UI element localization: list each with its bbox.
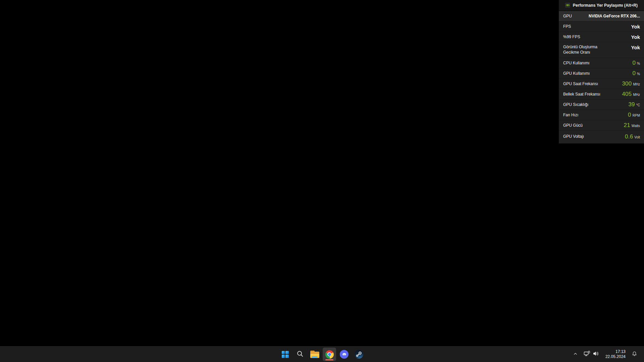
taskbar-app-group	[278, 347, 366, 362]
metric-value-group: 0.6 Volt	[625, 133, 640, 140]
metric-value-group: Yok	[631, 44, 640, 50]
taskbar-search-button[interactable]	[293, 348, 307, 361]
overlay-metric-row: GPU Gücü 21 Watts	[559, 120, 644, 131]
overlay-metric-row: GPU Saat Frekansı 300 MHz	[559, 79, 644, 89]
metric-value-group: NVIDIA GeForce RTX 206...	[589, 14, 640, 18]
overlay-metric-row: %99 FPS Yok	[559, 32, 644, 42]
metric-unit: %	[637, 62, 640, 65]
chrome-icon	[325, 350, 334, 359]
metric-label: Fan Hızı	[563, 112, 578, 118]
overlay-metrics-list: GPU NVIDIA GeForce RTX 206... FPS Yok %9…	[559, 11, 644, 142]
metric-label: CPU Kullanımı	[563, 60, 590, 66]
metric-value: NVIDIA GeForce RTX 206...	[589, 14, 640, 18]
metric-value-group: 21 Watts	[624, 122, 640, 129]
taskbar-discord-button[interactable]	[337, 348, 351, 361]
metric-value: 300	[622, 80, 632, 87]
tray-date: 22.05.2024	[605, 354, 626, 359]
taskbar: 17:13 22.05.2024	[0, 346, 644, 362]
metric-value-group: 39 °C	[628, 101, 640, 108]
overlay-metric-row: Bellek Saat Frekansı 405 MHz	[559, 89, 644, 100]
metric-label: Görüntü Oluşturma Gecikme Oranı	[563, 44, 614, 55]
network-icon	[584, 351, 590, 358]
taskbar-chrome-button[interactable]	[323, 348, 336, 361]
metric-unit: Volt	[634, 135, 640, 139]
metric-value: 0	[632, 60, 636, 66]
overlay-metric-row: GPU NVIDIA GeForce RTX 206...	[559, 11, 644, 21]
overlay-title: Performans Yer Paylaşımı (Alt+R)	[573, 3, 638, 8]
overlay-header: Performans Yer Paylaşımı (Alt+R)	[559, 0, 644, 11]
metric-unit: °C	[636, 103, 640, 107]
metric-label: GPU Sıcaklığı	[563, 102, 588, 107]
search-icon	[296, 350, 304, 359]
metric-unit: %	[637, 72, 640, 76]
steam-icon	[355, 350, 363, 359]
taskbar-system-tray: 17:13 22.05.2024	[571, 347, 644, 362]
overlay-metric-row: Görüntü Oluşturma Gecikme Oranı Yok	[559, 42, 644, 58]
metric-value: 0	[632, 70, 636, 77]
tray-overflow-button[interactable]	[571, 348, 580, 360]
metric-unit: MHz	[633, 93, 640, 97]
nvidia-logo-icon	[565, 3, 570, 8]
metric-label: GPU Voltajı	[563, 134, 584, 139]
metric-value: 405	[622, 91, 632, 98]
metric-value-group: 0 RPM	[628, 112, 640, 118]
metric-value-group: 300 MHz	[622, 80, 640, 87]
metric-label: %99 FPS	[563, 34, 580, 40]
metric-value-group: Yok	[631, 34, 640, 40]
metric-label: GPU	[563, 13, 572, 19]
taskbar-steam-button[interactable]	[352, 348, 366, 361]
volume-icon	[593, 351, 599, 358]
tray-network-volume-button[interactable]	[582, 348, 601, 360]
desktop-background	[0, 0, 644, 362]
overlay-metric-row: FPS Yok	[559, 21, 644, 32]
metric-value-group: Yok	[631, 24, 640, 29]
tray-notification-bell-button[interactable]	[630, 348, 639, 360]
metric-value: 0.6	[625, 133, 633, 140]
metric-label: GPU Kullanımı	[563, 71, 590, 76]
metric-value-group: 0 %	[632, 70, 640, 77]
overlay-metric-row: GPU Voltajı 0.6 Volt	[559, 131, 644, 142]
metric-value: 0	[628, 112, 631, 118]
chrome-active-indicator	[325, 359, 333, 360]
metric-value: Yok	[631, 34, 640, 40]
bell-icon	[632, 351, 637, 358]
metric-label: Bellek Saat Frekansı	[563, 92, 600, 97]
metric-value: 39	[628, 101, 635, 108]
tray-time: 17:13	[605, 349, 626, 354]
metric-value-group: 405 MHz	[622, 91, 640, 98]
overlay-metric-row: Fan Hızı 0 RPM	[559, 110, 644, 120]
windows-logo-icon	[282, 351, 289, 358]
metric-value: Yok	[631, 45, 640, 50]
overlay-metric-row: GPU Sıcaklığı 39 °C	[559, 100, 644, 110]
metric-label: GPU Gücü	[563, 123, 583, 128]
tray-clock[interactable]: 17:13 22.05.2024	[603, 348, 628, 360]
metric-unit: Watts	[632, 124, 640, 128]
metric-value: Yok	[631, 24, 640, 29]
metric-value-group: 0 %	[632, 60, 640, 66]
metric-label: GPU Saat Frekansı	[563, 81, 598, 86]
taskbar-file-explorer-button[interactable]	[308, 348, 321, 361]
metric-label: FPS	[563, 24, 571, 29]
metric-unit: RPM	[633, 114, 640, 117]
nvidia-performance-overlay: Performans Yer Paylaşımı (Alt+R) GPU NVI…	[559, 0, 644, 143]
overlay-metric-row: GPU Kullanımı 0 %	[559, 68, 644, 79]
metric-unit: MHz	[633, 82, 640, 86]
metric-value: 21	[624, 122, 630, 129]
taskbar-start-button[interactable]	[278, 348, 292, 361]
chevron-up-icon	[573, 351, 578, 357]
overlay-metric-row: CPU Kullanımı 0 %	[559, 58, 644, 68]
discord-icon	[340, 350, 348, 359]
file-explorer-icon	[310, 351, 319, 358]
